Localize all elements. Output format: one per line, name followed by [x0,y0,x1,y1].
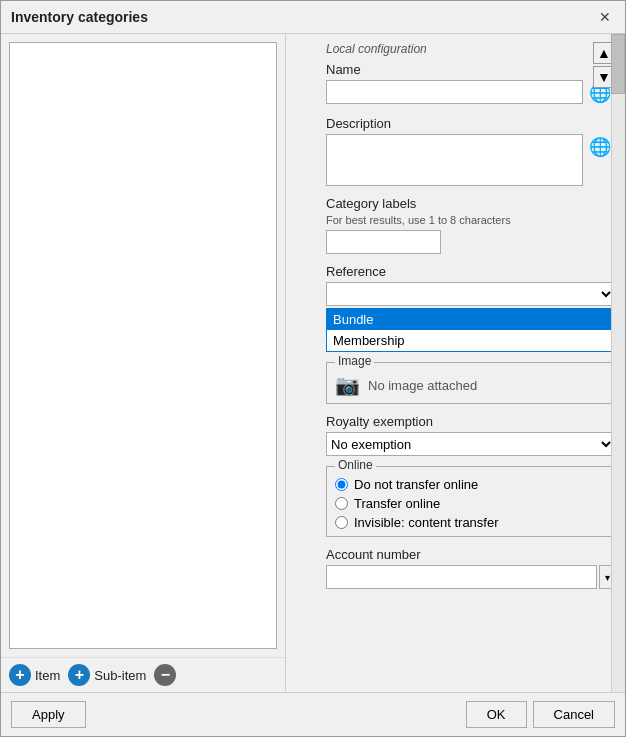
description-label: Description [326,116,615,131]
royalty-select[interactable]: No exemption [326,432,615,456]
no-image-text: No image attached [368,378,477,393]
apply-button[interactable]: Apply [11,701,86,728]
add-item-button[interactable]: + Item [9,664,60,686]
right-panel: ▲ ▼ Local configuration Name 🌐 Descripti… [286,34,625,692]
account-number-section: Account number ▾ [326,547,615,589]
radio-invisible[interactable]: Invisible: content transfer [335,515,606,530]
dropdown-item-bundle[interactable]: Bundle [327,309,614,330]
reference-select-row [326,282,615,306]
add-item-icon: + [9,664,31,686]
scrollbar-track [611,34,625,692]
royalty-field-section: Royalty exemption No exemption [326,414,615,456]
left-panel: + Item + Sub-item − [1,34,286,692]
radio-transfer-online[interactable]: Transfer online [335,496,606,511]
reference-dropdown-list: Bundle Membership [326,308,615,352]
description-input[interactable] [326,134,583,186]
category-label-input[interactable] [326,230,441,254]
footer-right: OK Cancel [466,701,615,728]
radio-do-not-transfer[interactable]: Do not transfer online [335,477,606,492]
tree-area[interactable] [9,42,277,649]
account-number-label: Account number [326,547,615,562]
add-subitem-button[interactable]: + Sub-item [68,664,146,686]
name-field-section: Name 🌐 [326,62,615,106]
add-subitem-label: Sub-item [94,668,146,683]
dropdown-item-membership[interactable]: Membership [327,330,614,351]
dialog-footer: Apply OK Cancel [1,692,625,736]
image-row: 📷 No image attached [335,369,606,397]
description-field-section: Description 🌐 [326,116,615,186]
inventory-categories-dialog: Inventory categories ✕ + Item + Sub-item… [0,0,626,737]
footer-left: Apply [11,701,86,728]
online-group-label: Online [335,458,376,472]
account-number-row: ▾ [326,565,615,589]
scrollbar-thumb[interactable] [611,34,625,94]
title-bar: Inventory categories ✕ [1,1,625,34]
camera-icon: 📷 [335,373,360,397]
royalty-label: Royalty exemption [326,414,615,429]
radio-invisible-label: Invisible: content transfer [354,515,499,530]
remove-button[interactable]: − [154,664,176,686]
add-subitem-icon: + [68,664,90,686]
description-globe-icon[interactable]: 🌐 [587,134,613,160]
right-panel-content: Local configuration Name 🌐 Description 🌐 [326,42,615,589]
dialog-title: Inventory categories [11,9,148,25]
reference-label: Reference [326,264,615,279]
name-label: Name [326,62,615,77]
name-input-row: 🌐 [326,80,615,106]
close-button[interactable]: ✕ [595,7,615,27]
reference-field-section: Reference Bundle Membership [326,264,615,352]
online-radio-group: Do not transfer online Transfer online I… [335,473,606,530]
dialog-body: + Item + Sub-item − ▲ ▼ Local [1,34,625,692]
local-config-label: Local configuration [326,42,615,56]
left-bottom-toolbar: + Item + Sub-item − [1,657,285,692]
reference-select[interactable] [326,282,615,306]
radio-transfer-online-label: Transfer online [354,496,440,511]
radio-do-not-transfer-input[interactable] [335,478,348,491]
description-input-row: 🌐 [326,134,615,186]
online-group: Online Do not transfer online Transfer o… [326,466,615,537]
add-item-label: Item [35,668,60,683]
name-input[interactable] [326,80,583,104]
category-labels-section: Category labels For best results, use 1 … [326,196,615,254]
radio-transfer-online-input[interactable] [335,497,348,510]
image-group: Image 📷 No image attached [326,362,615,404]
category-labels-hint: For best results, use 1 to 8 characters [326,214,615,226]
radio-do-not-transfer-label: Do not transfer online [354,477,478,492]
cancel-button[interactable]: Cancel [533,701,615,728]
image-group-label: Image [335,354,374,368]
radio-invisible-input[interactable] [335,516,348,529]
account-number-input[interactable] [326,565,597,589]
ok-button[interactable]: OK [466,701,527,728]
remove-icon: − [154,664,176,686]
category-labels-label: Category labels [326,196,615,211]
